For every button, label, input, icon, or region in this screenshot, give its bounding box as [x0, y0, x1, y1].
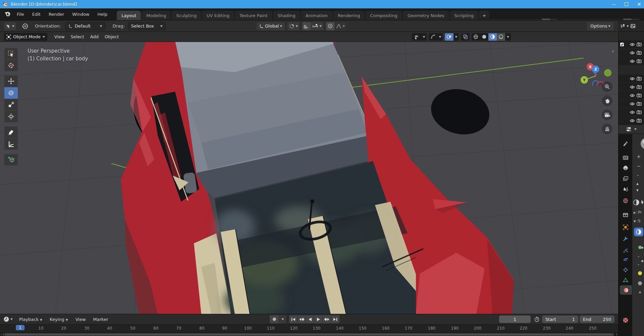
- zoom-in-icon[interactable]: +: [637, 154, 641, 160]
- outliner-row[interactable]: [619, 40, 644, 48]
- timeline-menu-view[interactable]: View: [72, 317, 90, 322]
- chevron-row[interactable]: ⌄: [637, 254, 640, 258]
- eye-icon[interactable]: [630, 59, 635, 63]
- tab-physics[interactable]: [619, 255, 632, 265]
- pan-button[interactable]: [602, 95, 612, 106]
- menu-window[interactable]: Window: [69, 10, 93, 18]
- camera-view-button[interactable]: [602, 109, 612, 120]
- shading-chevron[interactable]: ▼: [505, 33, 511, 41]
- camera-icon[interactable]: [637, 42, 642, 46]
- shading-material-preview-button[interactable]: [488, 33, 497, 41]
- blender-menu-icon[interactable]: [4, 11, 11, 17]
- mode-dropdown[interactable]: Object Mode ▼: [4, 33, 47, 41]
- chevron-row[interactable]: ⌄: [637, 262, 640, 266]
- checkbox-checked-icon[interactable]: [620, 42, 624, 47]
- drag-dropdown[interactable]: Select Box ▼: [128, 22, 166, 30]
- visibility-dropdown[interactable]: [412, 33, 421, 41]
- toggle-ortho-button[interactable]: [602, 124, 612, 134]
- camera-icon[interactable]: [637, 93, 642, 97]
- timeline-menu-marker[interactable]: Marker: [90, 317, 112, 322]
- menu-file[interactable]: File: [13, 10, 28, 18]
- tool-cursor[interactable]: [4, 60, 18, 71]
- viewport-menu-view[interactable]: View: [51, 34, 68, 39]
- tab-modeling[interactable]: Modeling: [142, 11, 171, 20]
- eye-icon[interactable]: [630, 110, 635, 114]
- previous-keyframe-button[interactable]: [298, 315, 306, 323]
- outliner-editor-type-button[interactable]: ▼: [620, 24, 629, 29]
- tab-output[interactable]: [619, 163, 632, 173]
- tab-texture[interactable]: [619, 316, 632, 325]
- tab-sculpting[interactable]: Sculpting: [171, 11, 201, 20]
- tool-scale[interactable]: [4, 99, 18, 110]
- viewport-menu-object[interactable]: Object: [102, 34, 122, 39]
- eye-icon[interactable]: [630, 51, 635, 55]
- transform-orientation-dropdown[interactable]: Global ▼: [257, 22, 285, 30]
- camera-icon[interactable]: [637, 102, 642, 106]
- timeline-menu-keying[interactable]: Keying ▼: [46, 317, 72, 322]
- tool-annotate[interactable]: [4, 127, 18, 138]
- tab-compositing[interactable]: Compositing: [365, 11, 402, 20]
- panel-preview-header[interactable]: ▶⸬Pr: [634, 210, 642, 214]
- tab-modifiers[interactable]: [619, 234, 632, 243]
- shading-wireframe-button[interactable]: [472, 33, 480, 41]
- play-button[interactable]: [314, 315, 323, 323]
- camera-icon[interactable]: [637, 118, 642, 123]
- next-keyframe-button[interactable]: [323, 315, 331, 323]
- camera-icon[interactable]: [637, 110, 642, 114]
- gizmo-toggle[interactable]: [429, 33, 437, 41]
- timeline-menu-playback[interactable]: Playback ▼: [15, 317, 46, 322]
- outliner-row[interactable]: [619, 75, 644, 83]
- eye-icon[interactable]: [630, 85, 635, 89]
- chevron-down-icon[interactable]: ⌄: [636, 173, 639, 177]
- tab-particles[interactable]: [619, 246, 632, 255]
- start-frame-field[interactable]: Start1: [542, 316, 578, 323]
- tab-geometry-nodes[interactable]: Geometry Nodes: [403, 11, 449, 20]
- play-reverse-button[interactable]: [306, 315, 314, 323]
- tool-move[interactable]: [4, 76, 18, 87]
- pivot-point-dropdown[interactable]: ▼: [287, 22, 300, 30]
- active-tool-fallback-button[interactable]: ▼: [4, 22, 16, 30]
- outliner-row[interactable]: [619, 100, 644, 108]
- collapse-left-icon[interactable]: ‹: [616, 332, 618, 336]
- tab-tool[interactable]: [619, 139, 632, 148]
- camera-icon[interactable]: [637, 59, 642, 63]
- tool-add-cube[interactable]: [4, 154, 18, 165]
- material-datablock-button[interactable]: [634, 228, 643, 236]
- playhead-frame-badge[interactable]: 1: [16, 325, 24, 330]
- tab-material[interactable]: [620, 285, 632, 295]
- outliner-row[interactable]: [619, 57, 644, 65]
- end-frame-field[interactable]: End250: [580, 316, 614, 323]
- auto-keyframe-button[interactable]: [533, 316, 541, 323]
- expand-right-icon[interactable]: ›: [0, 332, 2, 336]
- tab-collection[interactable]: [619, 210, 632, 220]
- falloff-dropdown[interactable]: ▼: [334, 22, 346, 30]
- xray-toggle[interactable]: [461, 33, 470, 41]
- orientation-dropdown[interactable]: Default ▼: [65, 22, 105, 30]
- outliner-row[interactable]: [619, 49, 644, 57]
- viewport-menu-add[interactable]: Add: [87, 34, 102, 39]
- menu-help[interactable]: Help: [94, 10, 111, 18]
- tab-uv-editing[interactable]: UV Editing: [202, 11, 234, 20]
- shading-rendered-button[interactable]: [497, 33, 505, 41]
- tool-select-box[interactable]: [4, 48, 18, 59]
- timeline-editor-type-button[interactable]: ▼: [3, 316, 13, 322]
- zoom-button[interactable]: [602, 81, 612, 92]
- record-button[interactable]: [270, 315, 279, 323]
- timeline-ruler[interactable]: 1 10 20 30 40 50 60 70 80 90 100 110 120…: [0, 324, 618, 333]
- jump-to-start-button[interactable]: [289, 315, 298, 323]
- menu-edit[interactable]: Edit: [29, 10, 44, 18]
- sidebar-collapse-arrow[interactable]: ‹: [612, 48, 614, 54]
- zoom-out-icon[interactable]: −: [637, 163, 641, 169]
- viewport-3d[interactable]: Object Mode ▼ View Select Add Object: [0, 32, 618, 314]
- tool-rotate[interactable]: [4, 87, 18, 99]
- outliner-row[interactable]: [619, 83, 644, 91]
- record-options-chevron[interactable]: ▼: [279, 315, 286, 323]
- panel-surface-header[interactable]: ▼⸬S: [634, 219, 640, 223]
- tool-transform[interactable]: [4, 111, 18, 122]
- visibility-chevron[interactable]: ▼: [421, 33, 427, 41]
- options-dropdown[interactable]: Options ▼: [587, 22, 614, 30]
- scroll-up-icon[interactable]: ▲: [636, 182, 639, 185]
- eye-icon[interactable]: [630, 102, 635, 106]
- display-mode-icon[interactable]: [630, 24, 636, 29]
- overlays-chevron[interactable]: ▼: [453, 33, 459, 41]
